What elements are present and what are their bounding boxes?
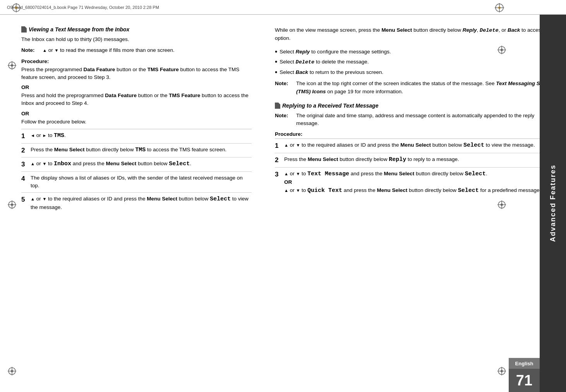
step-3: 3 ▲ or ▼ to Inbox and press the Menu Sel… [21,157,252,171]
step-1-num: 1 [21,132,31,141]
section2-heading-text: Replying to a Received Text Message [282,103,378,109]
language-label: English [509,358,540,369]
note-block-1: Note: ▲ or ▼ to read the message if fill… [21,46,252,54]
bullet-2-content: Select Delete to delete the message. [280,58,556,66]
page-number-box: 71 [509,369,540,392]
bullet-dot-1: • [275,48,277,56]
right-cross-1 [497,46,506,55]
note-content-2: The icon at the top right corner of the … [296,80,556,96]
right-step-3: 3 ▲ or ▼ to Text Message and press the M… [275,167,556,197]
procedure-text-3: Follow the procedure below. [21,118,252,126]
procedure-label-2: Procedure: [275,131,556,137]
step-3-num: 3 [21,160,31,169]
sidebar-label-text: Advanced Features [549,164,557,242]
step-3-content: ▲ or ▼ to Inbox and press the Menu Selec… [31,160,252,169]
section1-heading: Viewing a Text Message from the Inbox [21,26,252,33]
right-cross-3 [497,367,506,377]
section-icon [21,26,27,33]
sidebar-label: Advanced Features [540,15,566,392]
section1-heading-text: Viewing a Text Message from the Inbox [29,26,129,33]
right-step-3-num: 3 [275,170,284,179]
left-cross-1 [8,61,16,71]
main-content: Viewing a Text Message from the Inbox Th… [0,15,566,392]
bullet-1-content: Select Reply to configure the message se… [280,48,556,56]
note-label-1: Note: [21,46,43,54]
language-text: English [515,361,533,366]
note-label-3: Note: [275,112,296,128]
left-cross-2 [8,200,16,210]
note-block-3: Note: The original date and time stamp, … [275,112,556,128]
cross-decoration-tr [495,3,504,14]
or-1: OR [21,84,252,90]
note-content-3: The original date and time stamp, addres… [296,112,556,128]
note-block-2: Note: The icon at the top right corner o… [275,80,556,96]
right-step-1-num: 1 [275,141,284,151]
step-4: 4 The display shows a list of aliases or… [21,171,252,192]
tms-feature-1: TMS Feature [148,67,179,72]
right-step-1: 1 ▲ or ▼ to the required aliases or ID a… [275,139,556,153]
step-4-content: The display shows a list of aliases or I… [31,174,252,190]
step-5-num: 5 [21,195,31,204]
step-2-num: 2 [21,146,31,155]
right-step-2-content: Press the Menu Select button directly be… [284,156,556,164]
right-step-1-content: ▲ or ▼ to the required aliases or ID and… [284,141,556,150]
cross-decoration-tl [12,3,21,14]
section2-icon [275,103,280,109]
right-intro: While on the view message screen, press … [275,26,556,43]
step-1-tms: TMS [54,132,64,139]
note-content-1: ▲ or ▼ to read the message if fills more… [43,46,252,54]
procedure-text-1: Press the preprogrammed Data Feature but… [21,66,252,82]
procedure-label-1: Procedure: [21,58,252,64]
left-cross-3 [8,367,16,377]
step-4-num: 4 [21,174,31,183]
step-2: 2 Press the Menu Select button directly … [21,143,252,157]
left-column: Viewing a Text Message from the Inbox Th… [0,15,263,392]
tms-feature-2: TMS Feature [169,92,200,98]
section1-body1: The Inbox can hold up to thirty (30) mes… [21,36,252,43]
data-feature-2: Data Feature [105,92,137,98]
data-feature-1: Data Feature [84,67,115,72]
step-5-content: ▲ or ▼ to the required aliases or ID and… [31,195,252,212]
right-step-2: 2 Press the Menu Select button directly … [275,153,556,167]
bullet-dot-2: • [275,58,277,67]
step-1-content: ◄ or ► to TMS. [31,132,252,140]
bullet-1: • Select Reply to configure the message … [275,48,556,56]
right-cross-2 [497,200,506,210]
procedure-text-2: Press and hold the preprogrammed Data Fe… [21,92,252,108]
right-column: While on the view message screen, press … [263,15,566,392]
right-step-3-content: ▲ or ▼ to Text Message and press the Men… [284,170,556,195]
right-step-2-num: 2 [275,156,284,165]
step-5: 5 ▲ or ▼ to the required aliases or ID a… [21,192,252,214]
bullet-dot-3: • [275,68,277,77]
step-2-content: Press the Menu Select button directly be… [31,146,252,155]
step-1: 1 ◄ or ► to TMS. [21,129,252,143]
arrow-up: ▲ [43,48,47,53]
or-2: OR [21,111,252,116]
bullet-3-content: Select Back to return to the previous sc… [280,68,556,76]
header-text: O9Head_68007024014_b.book Page 71 Wednes… [7,5,159,10]
arrow-down: ▼ [54,48,58,53]
bullet-3: • Select Back to return to the previous … [275,68,556,77]
page-header: O9Head_68007024014_b.book Page 71 Wednes… [0,0,566,15]
page-number: 71 [516,372,532,389]
bullet-2: • Select Delete to delete the message. [275,58,556,67]
note-label-2: Note: [275,80,296,96]
section2-heading: Replying to a Received Text Message [275,103,556,109]
